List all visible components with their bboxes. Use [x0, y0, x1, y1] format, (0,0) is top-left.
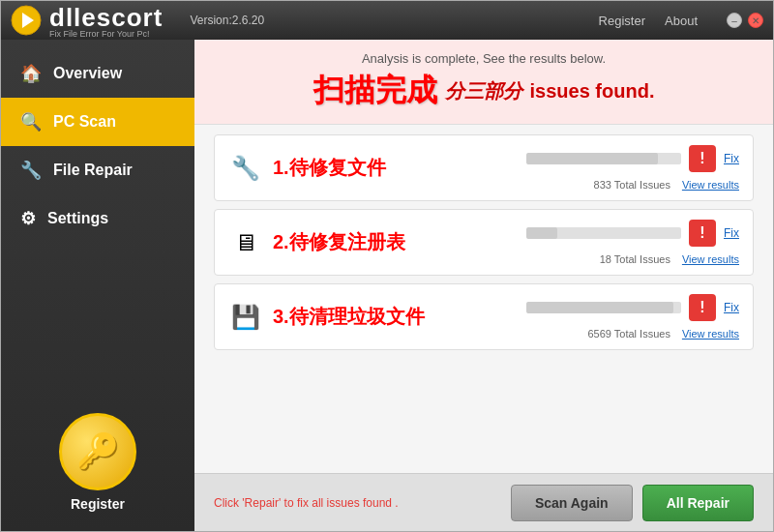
result-bar-1 [526, 153, 681, 164]
brand-sub: Fix File Error For Your Pc! [49, 29, 163, 39]
all-repair-button[interactable]: All Repair [642, 485, 754, 521]
alert-icon-2: ! [689, 220, 716, 247]
view-results-link-3[interactable]: View results [682, 328, 739, 340]
result-item-right-3: ! Fix 6569 Total Issues View results [526, 294, 739, 340]
register-circle[interactable]: 🔑 [59, 413, 136, 490]
footer-buttons: Scan Again All Repair [511, 485, 754, 521]
file-repair-icon: 🔧 [228, 151, 263, 186]
issues-count-3: 6569 Total Issues [587, 328, 670, 340]
issues-count-2: 18 Total Issues [600, 253, 670, 265]
alert-icon-3: ! [689, 294, 716, 321]
register-link[interactable]: Register [599, 14, 645, 28]
sidebar-item-file-repair[interactable]: 🔧 File Repair [1, 146, 194, 194]
analysis-banner: Analysis is complete, See the results be… [194, 40, 773, 125]
sidebar-item-overview[interactable]: 🏠 Overview [1, 49, 194, 98]
result-bottom-row-3: 6569 Total Issues View results [587, 328, 739, 340]
result-item-left-1: 🔧 1.待修复文件 [228, 151, 386, 186]
footer-hint-dot: . [395, 496, 398, 510]
sidebar-item-settings-label: Settings [47, 210, 108, 227]
lock-icon: 🔑 [76, 431, 120, 472]
footer-hint: Click 'Repair' to fix all issues found . [214, 496, 399, 510]
result-bottom-row-1: 833 Total Issues View results [594, 179, 739, 191]
search-icon: 🔍 [20, 111, 42, 133]
wrench-icon: 🔧 [20, 160, 42, 181]
footer-hint-text: Click 'Repair' to fix all issues found [214, 496, 392, 510]
titlebar: dllescort Fix File Error For Your Pc! Ve… [1, 1, 773, 40]
footer: Click 'Repair' to fix all issues found .… [194, 473, 773, 531]
disk-icon: 💾 [228, 300, 263, 335]
result-item-right-1: ! Fix 833 Total Issues View results [526, 145, 739, 191]
version-text: Version:2.6.20 [190, 14, 264, 27]
sidebar-item-pc-scan[interactable]: 🔍 PC Scan [1, 98, 194, 146]
titlebar-right: Register About – ✕ [599, 13, 763, 28]
sidebar-item-settings[interactable]: ⚙ Settings [1, 194, 194, 243]
minimize-button[interactable]: – [727, 13, 742, 28]
brand-block: dllescort Fix File Error For Your Pc! [49, 3, 163, 39]
gear-icon: ⚙ [20, 208, 36, 229]
issues-section-title: 分三部分 [445, 78, 522, 104]
result-bar-2 [526, 227, 681, 239]
scan-again-button[interactable]: Scan Again [511, 485, 633, 521]
view-results-link-1[interactable]: View results [682, 179, 739, 191]
issues-count-1: 833 Total Issues [594, 179, 670, 191]
result-item-title-3: 3.待清理垃圾文件 [273, 304, 425, 330]
alert-icon-1: ! [689, 145, 716, 172]
result-item-disk: 💾 3.待清理垃圾文件 ! Fix 6569 Tot [214, 283, 754, 350]
titlebar-left: dllescort Fix File Error For Your Pc! Ve… [11, 3, 264, 39]
fix-row-2: ! Fix [526, 220, 739, 247]
window-controls: – ✕ [727, 13, 763, 28]
register-circle-label: Register [71, 496, 125, 512]
result-bar-fill-3 [526, 302, 673, 313]
fix-link-2[interactable]: Fix [724, 226, 739, 240]
about-link[interactable]: About [665, 14, 698, 28]
close-button[interactable]: ✕ [748, 13, 763, 28]
home-icon: 🏠 [20, 63, 42, 84]
result-item-title-1: 1.待修复文件 [273, 155, 386, 181]
scan-complete-title: 扫描完成 [313, 70, 437, 112]
issues-found-text: issues found. [530, 80, 655, 103]
result-item-left-2: 🖥 2.待修复注册表 [228, 225, 405, 260]
fix-link-3[interactable]: Fix [724, 301, 739, 314]
sidebar-item-file-repair-label: File Repair [53, 162, 133, 179]
result-bar-fill-2 [526, 227, 557, 239]
result-item-left-3: 💾 3.待清理垃圾文件 [228, 300, 425, 335]
fix-link-1[interactable]: Fix [724, 152, 739, 165]
result-item-title-2: 2.待修复注册表 [273, 229, 405, 255]
brand-name: dllescort [49, 3, 163, 32]
result-item-file-repair: 🔧 1.待修复文件 ! Fix 833 Total [214, 134, 754, 201]
sidebar-item-pc-scan-label: PC Scan [53, 113, 116, 131]
registry-icon: 🖥 [228, 225, 263, 260]
main-area: 🏠 Overview 🔍 PC Scan 🔧 File Repair ⚙ Set… [1, 40, 773, 531]
register-section: 🔑 Register [59, 413, 136, 512]
fix-row-1: ! Fix [526, 145, 739, 172]
fix-row-3: ! Fix [526, 294, 739, 321]
results-area: 🔧 1.待修复文件 ! Fix 833 Total [194, 125, 773, 473]
sidebar: 🏠 Overview 🔍 PC Scan 🔧 File Repair ⚙ Set… [1, 40, 194, 531]
result-bottom-row-2: 18 Total Issues View results [600, 253, 739, 265]
view-results-link-2[interactable]: View results [682, 253, 739, 265]
result-bar-fill-1 [526, 153, 658, 164]
result-bar-3 [526, 302, 681, 313]
logo-icon [11, 5, 42, 36]
app-window: dllescort Fix File Error For Your Pc! Ve… [0, 0, 774, 532]
result-item-registry: 🖥 2.待修复注册表 ! Fix 18 Total [214, 209, 754, 276]
result-item-right-2: ! Fix 18 Total Issues View results [526, 220, 739, 265]
analysis-text: Analysis is complete, See the results be… [214, 51, 754, 66]
content-area: Analysis is complete, See the results be… [194, 40, 773, 531]
sidebar-item-overview-label: Overview [53, 65, 122, 82]
